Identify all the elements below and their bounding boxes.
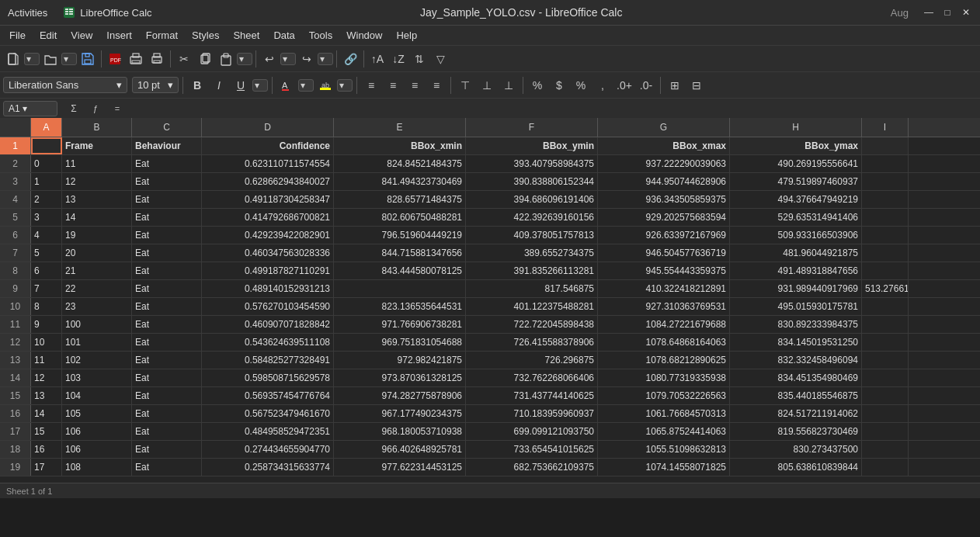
redo-button[interactable]: ↪ (297, 49, 317, 69)
align-center-button[interactable]: ≡ (383, 75, 403, 95)
cell[interactable]: Eat (132, 227, 202, 244)
italic-button[interactable]: I (209, 75, 229, 95)
cell[interactable]: Eat (132, 244, 202, 262)
cell[interactable]: 0.623110711574554 (202, 155, 334, 172)
cell[interactable]: 834.451354980469 (730, 369, 862, 386)
cell[interactable]: 817.546875 (466, 280, 598, 297)
cut-button[interactable]: ✂ (174, 49, 194, 69)
cell[interactable]: 0.258734315633774 (202, 459, 334, 476)
cell[interactable]: Eat (132, 441, 202, 458)
col-header-b[interactable]: B (62, 118, 132, 137)
cell[interactable]: Eat (132, 316, 202, 333)
cell[interactable]: 945.554443359375 (598, 262, 730, 279)
cell[interactable]: 389.6552734375 (466, 244, 598, 262)
cell[interactable]: 944.950744628906 (598, 173, 730, 190)
cell[interactable]: 726.415588378906 (466, 334, 598, 351)
menu-insert[interactable]: Insert (100, 28, 138, 43)
pdf-button[interactable]: PDF (105, 49, 125, 69)
cell[interactable]: 971.766906738281 (334, 316, 466, 333)
thousands-button[interactable]: , (593, 75, 613, 95)
cell[interactable]: BBox_ymin (466, 137, 598, 154)
table-row[interactable]: 1614105Eat0.567523479461670967.177490234… (0, 405, 980, 423)
cell[interactable]: 973.870361328125 (334, 369, 466, 386)
activities-label[interactable]: Activities (8, 7, 47, 19)
cell[interactable]: 106 (62, 441, 132, 458)
cell[interactable]: 0.429239422082901 (202, 227, 334, 244)
cell[interactable]: 0.460907071828842 (202, 316, 334, 333)
cell[interactable]: 14 (31, 405, 62, 422)
cell[interactable]: 10 (31, 334, 62, 351)
cell[interactable]: BBox_xmin (334, 137, 466, 154)
cell[interactable] (862, 334, 909, 351)
cell[interactable]: 726.296875 (466, 352, 598, 369)
cell[interactable]: 5 (31, 244, 62, 262)
cell[interactable]: 0.598508715629578 (202, 369, 334, 386)
cell[interactable]: 509.933166503906 (730, 227, 862, 244)
cell[interactable]: 834.145019531250 (730, 334, 862, 351)
cell[interactable]: 12 (31, 369, 62, 386)
print-button[interactable] (147, 49, 167, 69)
cell[interactable]: 0.569357454776764 (202, 387, 334, 404)
cell[interactable]: 494.376647949219 (730, 191, 862, 208)
highlight-dropdown[interactable]: ▾ (337, 79, 353, 92)
table-row[interactable]: 9722Eat0.489140152931213817.546875410.32… (0, 280, 980, 298)
cell[interactable]: Eat (132, 298, 202, 315)
cell[interactable]: 1061.76684570313 (598, 405, 730, 422)
highlight-button[interactable]: ab (315, 75, 335, 95)
cell[interactable]: Eat (132, 334, 202, 351)
redo-dropdown[interactable]: ▾ (318, 53, 333, 65)
cell[interactable]: 21 (62, 262, 132, 279)
cell[interactable]: 9 (31, 316, 62, 333)
cell[interactable]: 967.177490234375 (334, 405, 466, 422)
table-row[interactable]: 8621Eat0.499187827110291843.444580078125… (0, 262, 980, 280)
cell[interactable]: 682.753662109375 (466, 459, 598, 476)
paste-dropdown[interactable]: ▾ (237, 53, 252, 65)
cell[interactable]: Eat (132, 459, 202, 476)
cell[interactable]: 1055.51098632813 (598, 441, 730, 458)
cell[interactable]: 13 (31, 387, 62, 404)
close-button[interactable]: ✕ (960, 6, 972, 19)
cell[interactable]: 927.310363769531 (598, 298, 730, 315)
cell[interactable]: 0.484958529472351 (202, 423, 334, 440)
cell[interactable]: 22 (62, 280, 132, 297)
cell[interactable]: 394.686096191406 (466, 191, 598, 208)
undo-button[interactable]: ↩ (259, 49, 280, 69)
paste-button[interactable] (216, 49, 236, 69)
cell[interactable]: Eat (132, 262, 202, 279)
bold-button[interactable]: B (187, 75, 207, 95)
cell[interactable]: BBox_xmax (598, 137, 730, 154)
cell[interactable]: Eat (132, 387, 202, 404)
cell[interactable]: 796.519604449219 (334, 227, 466, 244)
font-color-button[interactable]: A (276, 75, 297, 95)
cell[interactable] (862, 405, 909, 422)
cell[interactable]: 0.543624639511108 (202, 334, 334, 351)
cell[interactable]: 841.494323730469 (334, 173, 466, 190)
cell[interactable]: 966.402648925781 (334, 441, 466, 458)
cell[interactable]: 843.444580078125 (334, 262, 466, 279)
table-row[interactable]: 7520Eat0.460347563028336844.715881347656… (0, 244, 980, 262)
col-header-g[interactable]: G (598, 118, 730, 137)
cell[interactable] (862, 209, 909, 226)
cell[interactable]: 105 (62, 405, 132, 422)
cell[interactable] (862, 369, 909, 386)
new-button[interactable] (3, 49, 23, 69)
currency-button[interactable]: $ (549, 75, 569, 95)
cell[interactable] (862, 137, 909, 154)
cell[interactable]: 823.136535644531 (334, 298, 466, 315)
font-name-selector[interactable]: Liberation Sans ▾ (3, 77, 127, 93)
col-header-d[interactable]: D (202, 118, 334, 137)
cell[interactable]: 805.638610839844 (730, 459, 862, 476)
open-dropdown[interactable]: ▾ (61, 53, 77, 65)
underline-dropdown[interactable]: ▾ (252, 79, 268, 92)
menu-view[interactable]: View (64, 28, 99, 43)
cell[interactable]: 946.504577636719 (598, 244, 730, 262)
cell[interactable]: 699.099121093750 (466, 423, 598, 440)
sort-asc-button[interactable]: ↑A (367, 49, 387, 69)
table-row[interactable]: 1FrameBehaviourConfidenceBBox_xminBBox_y… (0, 137, 980, 155)
cell[interactable]: 422.392639160156 (466, 209, 598, 226)
valign-bot-button[interactable]: ⊥ (499, 75, 519, 95)
cell[interactable]: 968.180053710938 (334, 423, 466, 440)
merge-button[interactable]: ⊟ (686, 75, 707, 95)
cell[interactable]: 0 (31, 155, 62, 172)
sum-button[interactable]: Σ (64, 99, 84, 119)
